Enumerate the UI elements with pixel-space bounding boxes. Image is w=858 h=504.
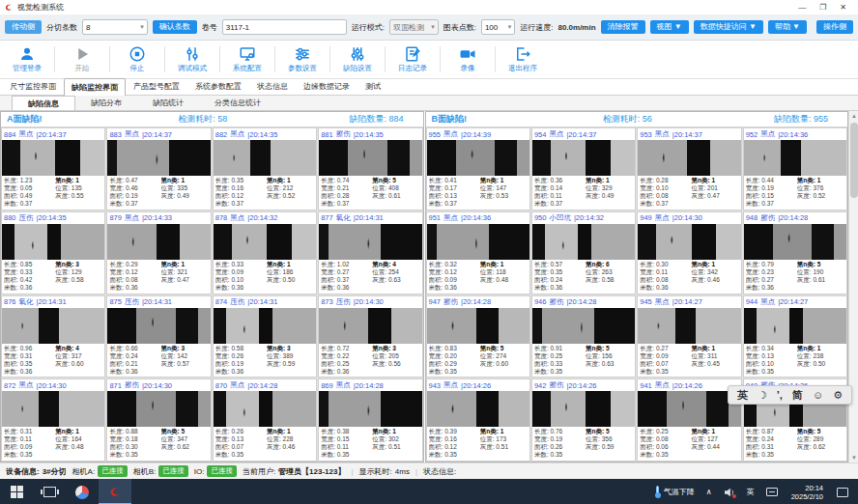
defect-cell[interactable]: 954 黑点 |20:14:37 长度: 0.36 宽度: 0.14 面积: 0… — [531, 127, 636, 210]
defect-image[interactable] — [107, 140, 210, 176]
drive-side-button[interactable]: 传动侧 — [5, 20, 42, 34]
defect-image[interactable] — [532, 391, 635, 427]
defect-cell[interactable]: 948 擦伤 |20:14:28 长度: 0.79 宽度: 0.23 面积: 0… — [743, 211, 847, 294]
sub-tab-2[interactable]: 缺陷分布 — [75, 96, 137, 110]
defect-cell[interactable]: 949 黑点 |20:14:30 长度: 0.30 宽度: 0.11 面积: 0… — [637, 211, 741, 294]
defect-image[interactable] — [427, 224, 529, 260]
defect-image[interactable] — [107, 391, 210, 427]
defect-image[interactable] — [319, 140, 421, 176]
defect-cell[interactable]: 870 黑点 |20:14:28 长度: 0.26 宽度: 0.13 面积: 0… — [213, 378, 317, 462]
toolbar-button-5[interactable]: 系统配置 — [222, 41, 272, 78]
ime-lang-toggle[interactable]: 英 — [733, 388, 752, 403]
ime-punctuation-toggle[interactable]: ’, — [773, 389, 786, 401]
maximize-button[interactable]: ❐ — [819, 3, 826, 12]
defect-image[interactable] — [319, 391, 421, 427]
ime-settings-button[interactable]: ⚙ — [829, 389, 846, 402]
sub-tab-4[interactable]: 分类信息统计 — [199, 96, 276, 110]
toolbar-button-1[interactable]: 管理登录 — [2, 41, 52, 78]
defect-image[interactable] — [214, 308, 316, 344]
main-tab-2[interactable]: 缺陷监控界面 — [64, 78, 126, 96]
roll-number-input[interactable] — [222, 19, 347, 35]
clear-alarm-button[interactable]: 清除报警 — [601, 20, 645, 34]
toolbar-button-10[interactable]: 退出程序 — [498, 41, 548, 78]
sub-tab-3[interactable]: 缺陷统计 — [137, 96, 199, 110]
run-mode-select[interactable]: 双面检测 ▾ — [389, 19, 439, 35]
ime-mode-tray-button[interactable]: 英 — [741, 479, 760, 504]
defect-image[interactable] — [107, 308, 210, 344]
defect-image[interactable] — [2, 140, 104, 176]
defect-cell[interactable]: 883 黑点 |20:14:37 长度: 0.47 宽度: 0.46 面积: 0… — [106, 127, 211, 210]
toolbar-button-2[interactable]: 开始 — [57, 41, 107, 78]
scrollbar-thumb[interactable] — [850, 123, 858, 198]
defect-cell[interactable]: 942 擦伤 |20:14:26 长度: 0.76 宽度: 0.19 面积: 0… — [531, 378, 636, 462]
start-button[interactable] — [0, 479, 33, 504]
defect-cell[interactable]: 877 氧化 |20:14:31 长度: 1.02 宽度: 0.27 面积: 0… — [318, 211, 422, 294]
confirm-count-button[interactable]: 确认条数 — [153, 20, 197, 34]
main-tab-6[interactable]: 边缘数据记录 — [296, 77, 358, 95]
defect-image[interactable] — [319, 308, 421, 344]
touch-keyboard-tray-button[interactable] — [760, 479, 784, 504]
defect-image[interactable] — [744, 224, 846, 260]
toolbar-button-4[interactable]: 调试模式 — [167, 41, 217, 78]
main-tab-1[interactable]: 尺寸监控界面 — [2, 77, 64, 95]
tray-expand-button[interactable]: ∧ — [701, 479, 718, 504]
defect-image[interactable] — [532, 308, 635, 344]
defect-image[interactable] — [2, 308, 104, 344]
volume-tray-button[interactable] — [718, 479, 741, 504]
defect-cell[interactable]: 952 黑点 |20:14:36 长度: 0.44 宽度: 0.19 面积: 0… — [743, 127, 847, 210]
defect-cell[interactable]: 882 黑点 |20:14:35 长度: 0.35 宽度: 0.16 面积: 0… — [213, 127, 317, 210]
defect-cell[interactable]: 881 擦伤 |20:14:35 长度: 0.74 宽度: 0.21 面积: 0… — [318, 127, 422, 210]
toolbar-button-8[interactable]: 日志记录 — [387, 41, 438, 78]
defect-cell[interactable]: 875 压伤 |20:14:31 长度: 0.66 宽度: 0.24 面积: 0… — [106, 295, 211, 378]
defect-cell[interactable]: 953 黑点 |20:14:37 长度: 0.28 宽度: 0.10 面积: 0… — [637, 127, 741, 210]
vertical-scrollbar[interactable]: ▲ ▼ — [848, 111, 858, 462]
toolbar-button-3[interactable]: 停止 — [112, 41, 162, 78]
defect-cell[interactable]: 869 黑点 |20:14:28 长度: 0.38 宽度: 0.15 面积: 0… — [318, 378, 422, 462]
defect-image[interactable] — [214, 224, 316, 260]
defect-image[interactable] — [319, 224, 421, 260]
ime-fullwidth-toggle[interactable]: ☽ — [754, 389, 771, 402]
slit-count-select[interactable]: 8 ▾ — [82, 19, 148, 35]
defect-image[interactable] — [638, 308, 740, 344]
defect-image[interactable] — [744, 308, 846, 344]
toolbar-button-6[interactable]: 参数设置 — [277, 41, 328, 78]
defect-image[interactable] — [427, 140, 529, 176]
defect-cell[interactable]: 941 黑点 |20:14:26 长度: 0.25 宽度: 0.08 面积: 0… — [637, 378, 741, 462]
defect-cell[interactable]: 878 黑点 |20:14:32 长度: 0.33 宽度: 0.09 面积: 0… — [213, 211, 317, 294]
defect-cell[interactable]: 944 黑点 |20:14:27 长度: 0.34 宽度: 0.13 面积: 0… — [743, 295, 847, 378]
defect-cell[interactable]: 876 氧化 |20:14:31 长度: 0.96 宽度: 0.31 面积: 0… — [1, 295, 105, 378]
toolbar-button-9[interactable]: 录像 — [443, 41, 493, 78]
ime-simplified-toggle[interactable]: 简 — [788, 388, 807, 403]
defect-image[interactable] — [2, 391, 104, 427]
defect-cell[interactable]: 879 黑点 |20:14:33 长度: 0.29 宽度: 0.12 面积: 0… — [106, 211, 211, 294]
defect-cell[interactable]: 947 擦伤 |20:14:28 长度: 0.83 宽度: 0.20 面积: 0… — [426, 295, 530, 378]
defect-image[interactable] — [214, 391, 316, 427]
help-menu-button[interactable]: 帮助 ▼ — [768, 20, 807, 34]
main-tab-4[interactable]: 系统参数配置 — [187, 77, 249, 95]
operate-side-button[interactable]: 操作侧 — [816, 20, 853, 34]
scroll-down-arrow[interactable]: ▼ — [849, 453, 858, 462]
defect-cell[interactable]: 871 擦伤 |20:14:30 长度: 0.88 宽度: 0.18 面积: 0… — [106, 378, 211, 462]
scroll-up-arrow[interactable]: ▲ — [849, 111, 858, 121]
view-menu-button[interactable]: 视图 ▼ — [650, 20, 689, 34]
defect-cell[interactable]: 945 黑点 |20:14:27 长度: 0.27 宽度: 0.09 面积: 0… — [637, 295, 741, 378]
defect-image[interactable] — [638, 391, 740, 427]
defect-image[interactable] — [427, 391, 529, 427]
defect-cell[interactable]: 873 压伤 |20:14:30 长度: 0.72 宽度: 0.22 面积: 0… — [318, 295, 422, 378]
chart-points-select[interactable]: 100 ▾ — [481, 19, 515, 35]
defect-image[interactable] — [427, 308, 529, 344]
defect-image[interactable] — [532, 224, 635, 260]
minimize-button[interactable]: — — [798, 3, 806, 12]
close-button[interactable]: ✕ — [840, 3, 846, 12]
defect-cell[interactable]: 950 小凹坑 |20:14:32 长度: 0.57 宽度: 0.35 面积: … — [531, 211, 636, 294]
defect-cell[interactable]: 943 黑点 |20:14:26 长度: 0.39 宽度: 0.16 面积: 0… — [426, 378, 530, 462]
defect-image[interactable] — [2, 224, 104, 260]
action-center-button[interactable] — [831, 479, 854, 504]
defect-cell[interactable]: 874 压伤 |20:14:31 长度: 0.58 宽度: 0.26 面积: 0… — [213, 295, 317, 378]
sub-tab-1[interactable]: 缺陷信息 — [12, 96, 75, 110]
toolbar-button-7[interactable]: 缺陷设置 — [332, 41, 383, 78]
defect-cell[interactable]: 884 黑点 |20:14:37 长度: 1.23 宽度: 0.05 面积: 0… — [1, 127, 105, 210]
defect-cell[interactable]: 872 黑点 |20:14:30 长度: 0.31 宽度: 0.11 面积: 0… — [1, 378, 105, 462]
main-tab-5[interactable]: 状态信息 — [249, 77, 296, 95]
defect-image[interactable] — [532, 140, 635, 176]
